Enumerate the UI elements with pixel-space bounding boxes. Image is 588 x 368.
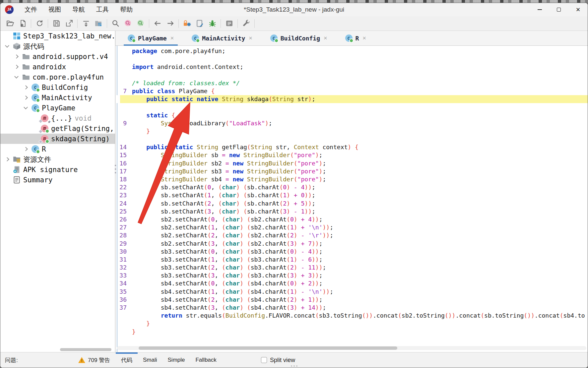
- panel-splitter-handle[interactable]: [113, 165, 117, 173]
- open-file-button[interactable]: [4, 18, 16, 30]
- code-line[interactable]: 31 sb3.setCharAt(1, (char) (sb3.charAt(1…: [115, 256, 588, 264]
- tree-scrollbar-thumb[interactable]: [60, 348, 111, 351]
- view-tab-代码[interactable]: 代码: [116, 352, 138, 368]
- chevron-right-icon[interactable]: [22, 86, 29, 89]
- code-line[interactable]: 32 sb3.setCharAt(2, (char) (sb3.charAt(2…: [115, 264, 588, 272]
- code-line[interactable]: 7public class PlayGame {: [115, 87, 588, 95]
- chevron-right-icon[interactable]: [22, 148, 29, 151]
- reload-button[interactable]: [33, 18, 46, 30]
- code-line[interactable]: 9 System.loadLibrary("LoadTask");: [115, 119, 588, 127]
- editor-horizontal-scrollbar[interactable]: [117, 346, 586, 350]
- code-line[interactable]: 29 sb2.setCharAt(3, (char) (sb2.charAt(3…: [115, 240, 588, 248]
- chevron-right-icon[interactable]: [13, 65, 20, 68]
- code-area[interactable]: package com.pore.play4fun; import androi…: [115, 46, 588, 352]
- warnings-badge[interactable]: ! 709 警告: [78, 352, 110, 368]
- split-view-control[interactable]: Split view: [261, 352, 295, 368]
- code-line[interactable]: [115, 71, 588, 79]
- tree-item-summary[interactable]: Summary: [0, 175, 115, 185]
- rename-button[interactable]: [193, 18, 206, 30]
- tree-item-源代码[interactable]: 源代码: [0, 41, 115, 51]
- forward-button[interactable]: [164, 18, 176, 30]
- tree-item-buildconfig[interactable]: cBuildConfig: [0, 82, 115, 92]
- tree-item-apk-signature[interactable]: APK signature: [0, 164, 115, 175]
- chevron-down-icon[interactable]: [13, 76, 20, 78]
- tab-close-icon[interactable]: ×: [324, 35, 327, 41]
- add-files-button[interactable]: [16, 18, 29, 30]
- export-button[interactable]: [63, 18, 75, 30]
- deobfuscation-button[interactable]: [181, 18, 193, 30]
- tree-item-android-support-v4[interactable]: android.support.v4: [0, 51, 115, 62]
- tree-item-mainactivity[interactable]: cMainActivity: [0, 92, 115, 103]
- code-line[interactable]: 24 sb.setCharAt(2, (char) (sb.charAt(2) …: [115, 200, 588, 208]
- text-search-button[interactable]: [122, 18, 134, 30]
- debugger-button[interactable]: [206, 18, 219, 30]
- maximize-button[interactable]: [549, 3, 568, 16]
- editor-scrollbar-thumb[interactable]: [139, 346, 397, 350]
- save-all-button[interactable]: [50, 18, 63, 30]
- tab-r[interactable]: cR×: [341, 31, 370, 45]
- menu-item-view[interactable]: 视图: [43, 3, 67, 16]
- view-tab-simple[interactable]: Simple: [163, 352, 190, 368]
- code-line[interactable]: [115, 135, 588, 143]
- code-line[interactable]: return str.equals(BuildConfig.FLAVOR.con…: [115, 312, 588, 320]
- search-button[interactable]: [109, 18, 122, 30]
- tab-mainactivity[interactable]: cMainActivity×: [188, 31, 256, 45]
- preferences-button[interactable]: [240, 18, 252, 30]
- highlighted-line[interactable]: public static native String skdaga(Strin…: [115, 95, 588, 103]
- sync-with-editor-button[interactable]: [92, 18, 105, 30]
- code-line[interactable]: 34 sb4.setCharAt(0, (char) (sb4.charAt(0…: [115, 279, 588, 287]
- code-line[interactable]: 14 public static String getFlag(String s…: [115, 143, 588, 151]
- menu-item-file[interactable]: 文件: [19, 3, 43, 16]
- tree-item-getflag-string[interactable]: mgetFlag(String,: [0, 123, 115, 134]
- view-tab-fallback[interactable]: Fallback: [190, 352, 222, 368]
- code-line[interactable]: }: [115, 328, 588, 336]
- code-line[interactable]: 36 sb4.setCharAt(2, (char) (sb4.charAt(2…: [115, 296, 588, 304]
- code-line[interactable]: 27 sb2.setCharAt(1, (char) (sb2.charAt(1…: [115, 223, 588, 231]
- tree-item-skdaga-string[interactable]: mskdaga(String): [0, 134, 115, 144]
- close-button[interactable]: ✕: [568, 3, 588, 16]
- tree-item-step3_task123_lab_new-a[interactable]: Step3_Task123_lab_new.a: [0, 31, 115, 41]
- menu-item-help[interactable]: 帮助: [114, 3, 138, 16]
- split-view-checkbox[interactable]: [261, 357, 267, 363]
- view-tab-smali[interactable]: Smali: [138, 352, 163, 368]
- flat-packages-button[interactable]: [80, 18, 92, 30]
- code-line[interactable]: [115, 103, 588, 111]
- code-line[interactable]: 28 sb2.setCharAt(2, (char) (sb2.charAt(2…: [115, 231, 588, 239]
- menu-item-tools[interactable]: 工具: [91, 3, 114, 16]
- code-line[interactable]: 33 sb3.setCharAt(3, (char) (sb3.charAt(3…: [115, 272, 588, 279]
- tab-close-icon[interactable]: ×: [249, 35, 252, 41]
- code-line[interactable]: import android.content.Context;: [115, 63, 588, 71]
- code-line[interactable]: 23 sb.setCharAt(1, (char) (sb.charAt(1) …: [115, 191, 588, 199]
- tree-item-[interactable]: m{...} void: [0, 113, 115, 123]
- menu-item-navigation[interactable]: 导航: [67, 3, 91, 16]
- tree-horizontal-scrollbar[interactable]: [0, 348, 113, 351]
- code-line[interactable]: 16 StringBuilder sb2 = new StringBuilder…: [115, 159, 588, 167]
- chevron-down-icon[interactable]: [22, 107, 29, 109]
- code-line[interactable]: 35 sb4.setCharAt(1, (char) (sb4.charAt(1…: [115, 288, 588, 296]
- chevron-down-icon[interactable]: [4, 45, 10, 47]
- chevron-right-icon[interactable]: [22, 96, 29, 99]
- chevron-right-icon[interactable]: [4, 158, 10, 161]
- code-line[interactable]: 30 sb3.setCharAt(0, (char) (sb3.charAt(0…: [115, 248, 588, 256]
- tab-buildconfig[interactable]: cBuildConfig×: [266, 31, 331, 45]
- code-line[interactable]: 25 sb.setCharAt(3, (char) (sb.charAt(3) …: [115, 208, 588, 215]
- code-line[interactable]: static {: [115, 111, 588, 119]
- code-line[interactable]: 15 StringBuilder sb = new StringBuilder(…: [115, 151, 588, 159]
- code-line[interactable]: 26 sb2.setCharAt(0, (char) (sb2.charAt(0…: [115, 215, 588, 223]
- class-search-button[interactable]: [134, 18, 147, 30]
- back-button[interactable]: [151, 18, 164, 30]
- tree-item-com-pore-play4fun[interactable]: com.pore.play4fun: [0, 72, 115, 82]
- ellipsis-handle[interactable]: [291, 365, 297, 367]
- tab-close-icon[interactable]: ×: [362, 35, 366, 41]
- tree-item-androidx[interactable]: androidx: [0, 62, 115, 72]
- code-line[interactable]: 18 StringBuilder sb4 = new StringBuilder…: [115, 175, 588, 183]
- code-line[interactable]: }: [115, 320, 588, 328]
- code-line[interactable]: 17 StringBuilder sb3 = new StringBuilder…: [115, 167, 588, 175]
- code-line[interactable]: }: [115, 127, 588, 135]
- minimize-button[interactable]: [530, 3, 549, 16]
- code-line[interactable]: [115, 55, 588, 63]
- log-viewer-button[interactable]: [223, 18, 235, 30]
- code-line[interactable]: 37 sb4.setCharAt(3, (char) (sb4.charAt(3…: [115, 304, 588, 312]
- chevron-right-icon[interactable]: [13, 55, 20, 58]
- tree-item-r[interactable]: cR: [0, 144, 115, 154]
